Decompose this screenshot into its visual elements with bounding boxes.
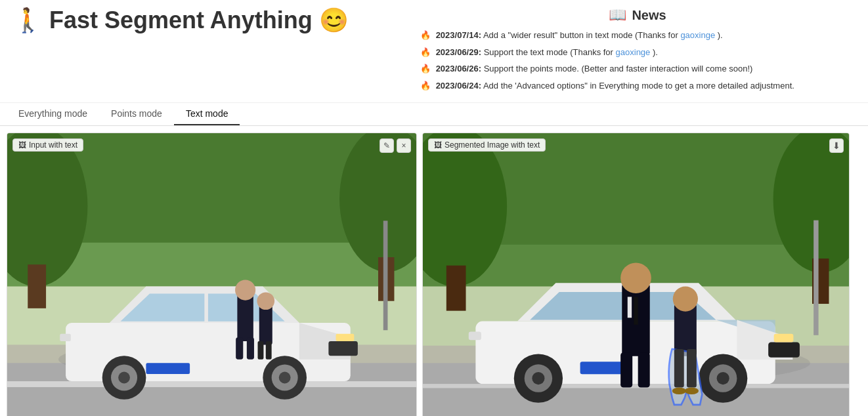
svg-point-46	[717, 372, 729, 385]
svg-point-43	[532, 372, 544, 385]
news-text-4: Add the 'Advanced options" in Everything…	[483, 81, 794, 91]
download-button[interactable]: ⬇	[829, 138, 844, 153]
input-label-icon: 🖼	[18, 140, 26, 150]
svg-rect-65	[814, 220, 818, 335]
news-date-2: 2023/06/29:	[436, 47, 481, 57]
news-link-suffix-1: ).	[718, 30, 723, 40]
svg-rect-9	[336, 334, 355, 341]
svg-point-56	[673, 287, 698, 312]
app-title: Fast Segment Anything	[49, 7, 313, 34]
news-item-1: 🔥 2023/07/14: Add a "wider result" butto…	[420, 29, 855, 42]
title-emoji-left: 🚶	[13, 7, 43, 34]
input-label-text: Input with text	[29, 140, 77, 150]
input-panel-actions: ✎ ×	[380, 138, 411, 153]
svg-rect-48	[469, 331, 481, 340]
svg-rect-58	[687, 349, 697, 387]
svg-rect-53	[634, 297, 638, 324]
svg-point-50	[620, 262, 651, 293]
svg-rect-57	[674, 349, 684, 387]
svg-rect-55	[674, 304, 697, 356]
fire-icon-3: 🔥	[420, 64, 431, 73]
input-image	[7, 133, 416, 416]
svg-point-23	[257, 292, 274, 310]
main-content: 🖼 Input with text ✎ ×	[0, 126, 868, 416]
news-date-4: 2023/06/24:	[436, 81, 481, 91]
svg-point-19	[235, 280, 255, 300]
svg-rect-18	[237, 294, 253, 341]
news-link-2[interactable]: gaoxinge	[616, 47, 651, 57]
news-link-prefix-1: (Thanks for	[635, 30, 680, 40]
svg-rect-40	[774, 334, 794, 343]
svg-rect-30	[383, 220, 388, 330]
top-section: 🚶 Fast Segment Anything 😊 📖 News 🔥 2023/…	[0, 0, 868, 103]
svg-rect-17	[60, 334, 71, 341]
svg-rect-8	[328, 341, 357, 356]
svg-point-60	[685, 387, 699, 394]
svg-rect-25	[266, 341, 272, 360]
news-text-2: Support the text mode	[484, 47, 571, 57]
svg-point-15	[279, 372, 291, 384]
news-item-2: 🔥 2023/06/29: Support the text mode (Tha…	[420, 46, 855, 59]
tab-everything-mode[interactable]: Everything mode	[7, 103, 99, 125]
news-date-3: 2023/06/26:	[436, 64, 481, 73]
segmented-image: CSDN @万里鹏程转辗至	[423, 133, 849, 416]
svg-rect-35	[423, 384, 849, 388]
svg-rect-24	[258, 341, 264, 360]
edit-button[interactable]: ✎	[380, 138, 394, 153]
input-panel-label: 🖼 Input with text	[12, 138, 83, 152]
title-area: 🚶 Fast Segment Anything 😊	[13, 7, 407, 34]
svg-rect-20	[236, 337, 243, 359]
svg-point-12	[118, 372, 130, 384]
svg-rect-39	[768, 342, 800, 357]
svg-rect-54	[628, 297, 632, 318]
news-item-4: 🔥 2023/06/24: Add the 'Advanced options"…	[420, 79, 855, 93]
svg-rect-21	[247, 337, 254, 359]
segmented-panel: 🖼 Segmented Image with text ⬇	[422, 133, 850, 416]
title-emoji-right: 😊	[319, 7, 349, 34]
fire-icon-2: 🔥	[420, 47, 431, 57]
svg-rect-27	[28, 264, 46, 308]
download-icon: ⬇	[833, 140, 840, 151]
svg-point-59	[672, 387, 686, 394]
tab-text-mode[interactable]: Text mode	[174, 103, 240, 125]
news-text-1: Add a "wider result" button in text mode	[483, 30, 635, 40]
svg-rect-62	[446, 266, 466, 311]
fire-icon-4: 🔥	[420, 81, 431, 91]
news-link-suffix-2: ).	[653, 47, 658, 57]
svg-rect-22	[259, 304, 272, 344]
svg-rect-51	[620, 352, 632, 387]
news-link-prefix-2: (Thanks for	[570, 47, 615, 57]
news-title: News	[632, 8, 666, 23]
segmented-label-icon: 🖼	[434, 140, 442, 150]
svg-rect-4	[7, 381, 416, 387]
input-panel: 🖼 Input with text ✎ ×	[7, 133, 417, 416]
segmented-label-text: Segmented Image with text	[445, 140, 540, 150]
segmented-panel-label: 🖼 Segmented Image with text	[428, 138, 546, 152]
tabs-area: Everything mode Points mode Text mode	[0, 103, 868, 126]
news-date-1: 2023/07/14:	[436, 30, 481, 40]
news-section: 📖 News 🔥 2023/07/14: Add a "wider result…	[407, 7, 855, 96]
svg-rect-16	[146, 363, 190, 374]
tab-points-mode[interactable]: Points mode	[99, 103, 174, 125]
fire-icon-1: 🔥	[420, 30, 431, 40]
book-icon: 📖	[609, 7, 626, 24]
news-item-3: 🔥 2023/06/26: Support the points mode. (…	[420, 62, 855, 75]
news-link-1[interactable]: gaoxinge	[680, 30, 715, 40]
news-header: 📖 News	[420, 7, 855, 24]
news-text-3: Support the points mode. (Better and fas…	[484, 64, 753, 73]
close-button[interactable]: ×	[397, 138, 411, 153]
svg-rect-52	[638, 352, 650, 387]
